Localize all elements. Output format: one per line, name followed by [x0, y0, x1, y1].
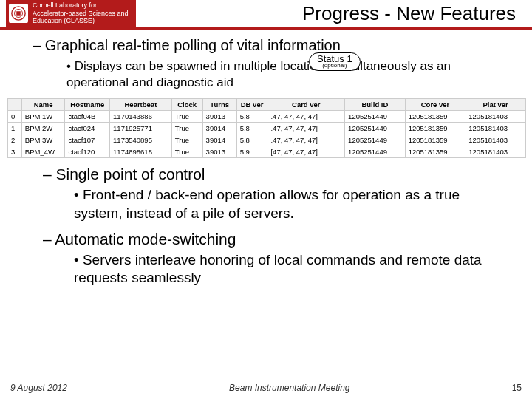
table-cell: .47, 47, 47, 47]: [267, 123, 345, 134]
table-cell: 5.9: [236, 146, 267, 158]
table-cell: True: [171, 146, 202, 158]
table-cell: True: [171, 111, 202, 123]
table-cell: 5.8: [236, 111, 267, 123]
table-cell: ctacf107: [65, 134, 110, 146]
bullet-2a: Front-end / back-end operation allows fo…: [74, 186, 511, 222]
table-cell: 5.8: [236, 134, 267, 146]
table-cell: ctacf04B: [65, 111, 110, 123]
footer-page: 15: [512, 383, 522, 393]
org-name: Cornell Laboratory for Accelerator-based…: [33, 1, 129, 24]
bullet-1a-wrap: Displays can be spawned in multiple loca…: [66, 58, 511, 91]
table-cell: 1205251449: [345, 146, 406, 158]
slide-content: Graphical real-time polling of vital inf…: [0, 30, 532, 287]
table-cell: .47, 47, 47, 47]: [267, 111, 345, 123]
table-header-cell: Clock: [171, 99, 202, 111]
table-cell: [47, 47, 47, 47]: [267, 146, 345, 158]
table-header-row: NameHostnameHeartbeatClockTurnsDB verCar…: [8, 99, 526, 111]
bullet-1a: Displays can be spawned in multiple loca…: [66, 59, 451, 89]
table-cell: 0: [8, 111, 22, 123]
table-header-cell: Heartbeat: [110, 99, 172, 111]
badge-tick-icon: [335, 49, 335, 53]
b2a-pre: Front-end / back-end operation allows fo…: [83, 187, 460, 202]
table-cell: ctacf120: [65, 146, 110, 158]
table-cell: BPM 2W: [21, 123, 65, 134]
table-cell: 1170143886: [110, 111, 172, 123]
table-cell: True: [171, 123, 202, 134]
bullet-3: Automatic mode-switching: [43, 231, 511, 248]
table-cell: 39013: [202, 111, 236, 123]
table-cell: 3: [8, 146, 22, 158]
org-logo-block: Cornell Laboratory for Accelerator-based…: [6, 0, 136, 28]
table-cell: 39014: [202, 134, 236, 146]
footer: 9 August 2012 Beam Instrumentation Meeti…: [0, 383, 532, 393]
table-cell: 1205181403: [466, 111, 526, 123]
table-row: 0BPM 1Wctacf04B1170143886True390135.8.47…: [8, 111, 526, 123]
header-bar: Cornell Laboratory for Accelerator-based…: [0, 0, 532, 30]
table-cell: BPM 3W: [21, 134, 65, 146]
table-row: 3BPM_4Wctacf1201174898618True390135.9[47…: [8, 146, 526, 158]
org-line3: Education (CLASSE): [33, 17, 129, 24]
table-row: 1BPM 2Wctacf0241171925771True390145.8.47…: [8, 123, 526, 134]
footer-venue: Beam Instrumentation Meeting: [67, 383, 512, 393]
status-badge-sub: (optional): [317, 63, 352, 69]
table-cell: 1205181359: [405, 146, 466, 158]
table-cell: 2: [8, 134, 22, 146]
org-line1: Cornell Laboratory for: [33, 1, 129, 9]
table-header-cell: [8, 99, 22, 111]
bullet-3a: Servers interleave honoring of local com…: [74, 251, 511, 287]
table-header-cell: Turns: [202, 99, 236, 111]
table-cell: 1205251449: [345, 123, 406, 134]
svg-rect-2: [16, 11, 21, 16]
table-cell: BPM 1W: [21, 111, 65, 123]
cornell-seal-icon: [9, 4, 28, 23]
table-cell: 1205181359: [405, 134, 466, 146]
b2a-post: , instead of a pile of servers.: [118, 205, 294, 221]
table-cell: BPM_4W: [21, 146, 65, 158]
table-header-cell: Build ID: [345, 99, 406, 111]
table-cell: 1205181403: [466, 134, 526, 146]
table-cell: 1205181403: [466, 123, 526, 134]
table-cell: 39014: [202, 123, 236, 134]
status-table-wrap: NameHostnameHeartbeatClockTurnsDB verCar…: [7, 98, 526, 158]
table-cell: 1205181359: [405, 123, 466, 134]
table-cell: 1: [8, 123, 22, 134]
bullet-2: Single point of control: [43, 166, 511, 183]
table-cell: 1205251449: [345, 134, 406, 146]
table-cell: 1205181359: [405, 111, 466, 123]
table-header-cell: Name: [21, 99, 65, 111]
status-table: NameHostnameHeartbeatClockTurnsDB verCar…: [7, 98, 526, 158]
table-cell: 39013: [202, 146, 236, 158]
table-header-cell: Card ver: [267, 99, 345, 111]
table-row: 2BPM 3Wctacf1071173540895True390145.8.47…: [8, 134, 526, 146]
table-body: 0BPM 1Wctacf04B1170143886True390135.8.47…: [8, 111, 526, 158]
table-header-cell: DB ver: [236, 99, 267, 111]
org-line2: Accelerator-based Sciences and: [33, 10, 129, 17]
table-cell: 1174898618: [110, 146, 172, 158]
status-badge: Status 1 (optional): [309, 52, 361, 71]
table-cell: 1173540895: [110, 134, 172, 146]
table-cell: 1205181403: [466, 146, 526, 158]
slide-title: Progress - New Features: [136, 2, 526, 25]
table-header-cell: Core ver: [405, 99, 466, 111]
table-cell: ctacf024: [65, 123, 110, 134]
table-cell: 1205251449: [345, 111, 406, 123]
table-cell: 1171925771: [110, 123, 172, 134]
table-cell: 5.8: [236, 123, 267, 134]
table-header-cell: Hostname: [65, 99, 110, 111]
bullet-1: Graphical real-time polling of vital inf…: [33, 37, 511, 54]
table-cell: .47, 47, 47, 47]: [267, 134, 345, 146]
table-header-cell: Plat ver: [466, 99, 526, 111]
b2a-underline: system: [74, 205, 118, 221]
table-cell: True: [171, 134, 202, 146]
footer-date: 9 August 2012: [10, 383, 67, 393]
